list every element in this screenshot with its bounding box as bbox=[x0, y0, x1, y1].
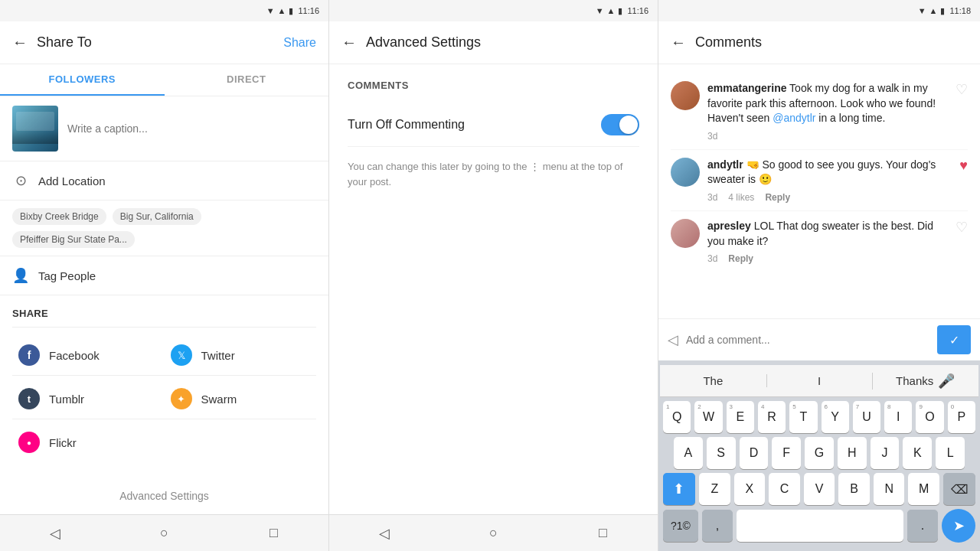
key-J[interactable]: J bbox=[871, 437, 900, 469]
key-K[interactable]: K bbox=[903, 437, 932, 469]
shift-key[interactable]: ⬆ bbox=[663, 473, 695, 505]
twitter-icon: 𝕏 bbox=[171, 344, 192, 366]
share-swarm[interactable]: ✦ Swarm bbox=[165, 379, 317, 419]
comment-input-row: ◁ ✓ bbox=[658, 318, 980, 360]
tumblr-icon: t bbox=[18, 388, 40, 409]
key-D[interactable]: D bbox=[740, 437, 769, 469]
wifi-icon-3: ▲ bbox=[929, 6, 938, 15]
caption-row bbox=[0, 96, 328, 161]
like-button-2[interactable]: ♥ bbox=[959, 158, 968, 174]
key-P[interactable]: 0P bbox=[948, 401, 975, 433]
key-M[interactable]: M bbox=[908, 473, 939, 505]
commenting-toggle[interactable] bbox=[601, 114, 639, 135]
key-V[interactable]: V bbox=[804, 473, 835, 505]
key-C[interactable]: C bbox=[769, 473, 800, 505]
key-R[interactable]: 4R bbox=[758, 401, 786, 433]
key-Z[interactable]: Z bbox=[699, 473, 730, 505]
comma-key[interactable]: , bbox=[702, 510, 733, 542]
advanced-settings-title: Advanced Settings bbox=[366, 34, 645, 51]
share-twitter[interactable]: 𝕏 Twitter bbox=[165, 335, 317, 375]
key-X[interactable]: X bbox=[734, 473, 766, 505]
reply-button-2[interactable]: Reply bbox=[765, 192, 790, 203]
key-G[interactable]: G bbox=[805, 437, 834, 469]
tag-chip-3[interactable]: Pfeiffer Big Sur State Pa... bbox=[12, 231, 135, 248]
key-U[interactable]: 7U bbox=[853, 401, 880, 433]
share-flickr[interactable]: ● Flickr bbox=[12, 422, 165, 462]
caption-input[interactable] bbox=[67, 122, 316, 135]
comment-username-3[interactable]: apresley bbox=[707, 220, 751, 232]
like-button-3[interactable]: ♡ bbox=[956, 219, 968, 236]
key-N[interactable]: N bbox=[874, 473, 905, 505]
key-L[interactable]: L bbox=[936, 437, 965, 469]
suggestion-i[interactable]: I bbox=[766, 368, 873, 393]
period-key[interactable]: . bbox=[907, 510, 938, 542]
status-bar-2: ▼ ▲ ▮ 11:16 bbox=[329, 0, 658, 21]
keyboard-send-button[interactable]: ➤ bbox=[942, 509, 975, 543]
share-facebook[interactable]: f Facebook bbox=[12, 335, 165, 375]
reply-button-3[interactable]: Reply bbox=[728, 253, 753, 264]
add-location-row[interactable]: ⊙ Add Location bbox=[0, 161, 328, 201]
share-tumblr[interactable]: t Tumblr bbox=[12, 379, 165, 419]
key-H[interactable]: H bbox=[838, 437, 867, 469]
comment-time-2: 3d bbox=[707, 192, 717, 203]
key-A[interactable]: A bbox=[674, 437, 703, 469]
share-to-panel: ▼ ▲ ▮ 11:16 ← Share To Share FOLLOWERS D… bbox=[0, 0, 329, 551]
comments-title: Comments bbox=[695, 34, 968, 51]
key-T[interactable]: 5T bbox=[789, 401, 817, 433]
key-Y[interactable]: 6Y bbox=[822, 401, 849, 433]
comment-text-2: andytlr 🤜 So good to see you guys. Your … bbox=[707, 158, 936, 186]
location-label: Add Location bbox=[38, 174, 106, 187]
comment-username-2[interactable]: andytlr bbox=[707, 158, 743, 171]
tab-direct[interactable]: DIRECT bbox=[165, 64, 329, 96]
back-button-3[interactable]: ← bbox=[671, 34, 686, 51]
key-E[interactable]: 3E bbox=[727, 401, 754, 433]
tag-people-icon: 👤 bbox=[12, 267, 29, 284]
comment-content-3: apresley LOL That dog sweater is the bes… bbox=[707, 219, 948, 264]
share-action-button[interactable]: Share bbox=[283, 36, 316, 50]
mic-icon[interactable]: 🎤 bbox=[938, 373, 955, 390]
comment-row-1: emmatangerine Took my dog for a walk in … bbox=[658, 73, 980, 149]
key-W[interactable]: 2W bbox=[694, 401, 722, 433]
flickr-icon: ● bbox=[18, 432, 40, 453]
share-row-divider-2 bbox=[12, 419, 316, 419]
status-icons-2: ▼ ▲ ▮ bbox=[596, 6, 623, 16]
tag-chip-1[interactable]: Bixby Creek Bridge bbox=[12, 208, 106, 225]
battery-icon-2: ▮ bbox=[618, 6, 622, 16]
comment-input[interactable] bbox=[686, 334, 929, 346]
special-key[interactable]: ?1© bbox=[663, 510, 698, 542]
delete-key[interactable]: ⌫ bbox=[943, 473, 975, 505]
space-key[interactable] bbox=[737, 510, 903, 542]
key-S[interactable]: S bbox=[707, 437, 736, 469]
key-B[interactable]: B bbox=[838, 473, 870, 505]
tab-followers[interactable]: FOLLOWERS bbox=[0, 64, 165, 96]
wifi-icon: ▲ bbox=[278, 6, 286, 15]
mention-1[interactable]: @andytlr bbox=[773, 112, 815, 124]
location-icon: ⊙ bbox=[12, 172, 29, 189]
key-O[interactable]: 9O bbox=[916, 401, 943, 433]
back-button-1[interactable]: ← bbox=[12, 34, 28, 51]
nav-back-2[interactable]: ◁ bbox=[361, 525, 407, 542]
advanced-settings-link[interactable]: Advanced Settings bbox=[0, 478, 328, 514]
key-F[interactable]: F bbox=[772, 437, 801, 469]
tag-people-row[interactable]: 👤 Tag People bbox=[0, 256, 328, 295]
tag-chip-2[interactable]: Big Sur, California bbox=[113, 208, 201, 225]
back-button-2[interactable]: ← bbox=[341, 34, 357, 51]
comment-username-1[interactable]: emmatangerine bbox=[707, 82, 786, 94]
nav-home-1[interactable]: ○ bbox=[142, 525, 188, 541]
suggestion-the[interactable]: The bbox=[660, 368, 766, 393]
suggestion-thanks[interactable]: Thanks 🎤 bbox=[872, 367, 978, 396]
nav-back-1[interactable]: ◁ bbox=[32, 525, 78, 542]
key-I[interactable]: 8I bbox=[884, 401, 912, 433]
key-Q[interactable]: 1Q bbox=[663, 401, 691, 433]
like-button-1[interactable]: ♡ bbox=[956, 81, 968, 98]
status-icons-3: ▼ ▲ ▮ bbox=[918, 6, 946, 16]
nav-recents-2[interactable]: □ bbox=[580, 525, 626, 541]
nav-home-2[interactable]: ○ bbox=[471, 525, 517, 541]
keyboard-number-row: 1Q 2W 3E 4R 5T 6Y 7U 8I 9O 0P bbox=[663, 401, 975, 433]
comment-meta-3: 3d Reply bbox=[707, 253, 948, 264]
avatar-andytlr bbox=[671, 158, 700, 187]
signal-icon-2: ▼ bbox=[596, 6, 604, 15]
share-to-title: Share To bbox=[37, 34, 283, 51]
nav-recents-1[interactable]: □ bbox=[251, 525, 297, 541]
post-comment-button[interactable]: ✓ bbox=[937, 325, 971, 354]
